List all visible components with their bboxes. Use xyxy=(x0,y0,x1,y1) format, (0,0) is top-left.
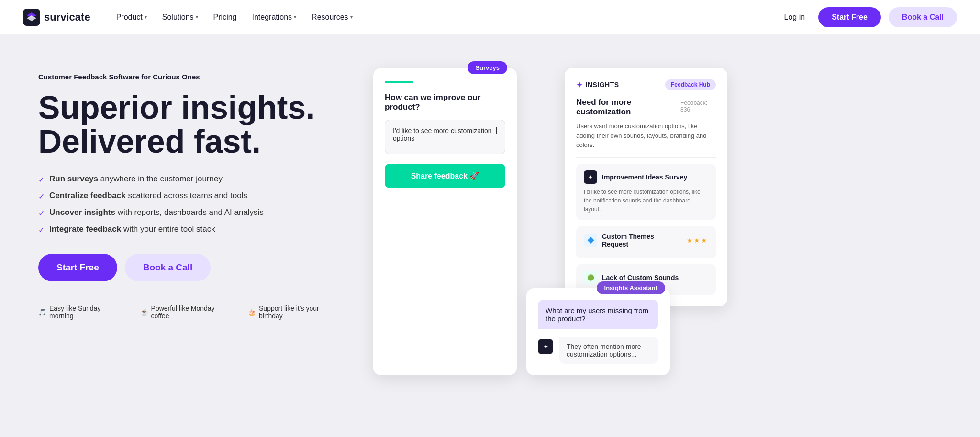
hero-section: Customer Feedback Software for Curious O… xyxy=(0,34,980,417)
hero-title-line2: Delivered fast. xyxy=(38,123,261,159)
survey-answer-text: I'd like to see more customization optio… xyxy=(393,127,496,142)
hero-right: Surveys How can we improve our product? … xyxy=(373,63,718,375)
feature-item: ✓ Integrate feedback with your entire to… xyxy=(38,224,345,235)
insight-item: 🔷 Custom Themes Request ★★★ xyxy=(576,226,716,258)
insights-plus-icon: ✦ xyxy=(576,80,583,90)
assistant-answer-row: ✦ They often mention more customization … xyxy=(538,337,658,364)
share-feedback-button[interactable]: Share feedback 🚀 xyxy=(385,164,505,188)
survey-question: How can we improve our product? xyxy=(385,93,505,112)
sounds-icon: 🟢 xyxy=(584,271,597,284)
logo[interactable]: survicate xyxy=(23,9,90,26)
assistant-answer: They often mention more customization op… xyxy=(559,337,658,364)
login-button[interactable]: Log in xyxy=(779,9,811,25)
hero-title-line1: Superior insights. xyxy=(38,89,315,125)
assistant-question: What are my users missing from the produ… xyxy=(538,300,658,329)
text-cursor xyxy=(496,127,497,134)
nav-pricing[interactable]: Pricing xyxy=(207,9,244,25)
insight-item-name: Lack of Custom Sounds xyxy=(602,274,708,281)
nav-product[interactable]: Product ▾ xyxy=(110,9,154,25)
hero-left: Customer Feedback Software for Curious O… xyxy=(38,63,345,320)
chevron-down-icon: ▾ xyxy=(294,14,296,20)
check-icon: ✓ xyxy=(38,225,45,235)
navbar: survicate Product ▾ Solutions ▾ Pricing … xyxy=(0,0,980,34)
insights-title: ✦ INSIGHTS xyxy=(576,80,619,90)
tagline-text: Powerful like Monday coffee xyxy=(151,304,234,320)
book-call-nav-button[interactable]: Book a Call xyxy=(889,7,957,27)
hero-buttons: Start Free Book a Call xyxy=(38,254,345,281)
feature-item: ✓ Run surveys anywhere in the customer j… xyxy=(38,174,345,184)
insight-main-title: Need for more customization xyxy=(576,98,680,117)
insight-item: ✦ Improvement Ideas Survey I'd like to s… xyxy=(576,164,716,220)
nav-integrations[interactable]: Integrations ▾ xyxy=(245,9,303,25)
start-free-hero-button[interactable]: Start Free xyxy=(38,254,117,281)
insights-header: ✦ INSIGHTS Feedback Hub xyxy=(576,79,716,90)
tagline-emoji: 🎵 xyxy=(38,308,46,316)
start-free-nav-button[interactable]: Start Free xyxy=(818,7,881,27)
hero-title: Superior insights. Delivered fast. xyxy=(38,90,345,159)
rating-stars: ★★★ xyxy=(687,236,708,244)
feature-item: ✓ Uncover insights with reports, dashboa… xyxy=(38,208,345,218)
book-call-hero-button[interactable]: Book a Call xyxy=(125,254,211,281)
survey-badge: Surveys xyxy=(468,61,507,74)
feedback-count: Feedback: 836 xyxy=(680,100,716,113)
divider xyxy=(576,157,716,158)
chevron-down-icon: ▾ xyxy=(196,14,198,20)
insight-description: Users want more customization options, l… xyxy=(576,122,716,150)
chevron-down-icon: ▾ xyxy=(350,14,353,20)
nav-solutions[interactable]: Solutions ▾ xyxy=(156,9,205,25)
tagline-text: Support like it's your birthday xyxy=(259,304,345,320)
assistant-badge: Insights Assistant xyxy=(597,281,665,294)
insight-item-desc: I'd like to see more customization optio… xyxy=(584,188,708,213)
insight-items: ✦ Improvement Ideas Survey I'd like to s… xyxy=(576,164,716,295)
themes-icon: 🔷 xyxy=(584,234,597,247)
logo-text: survicate xyxy=(44,11,90,23)
check-icon: ✓ xyxy=(38,192,45,201)
nav-resources[interactable]: Resources ▾ xyxy=(305,9,359,25)
nav-actions: Log in Start Free Book a Call xyxy=(779,7,957,27)
insights-card: ✦ INSIGHTS Feedback Hub Need for more cu… xyxy=(565,68,727,306)
tagline-item: ☕ Powerful like Monday coffee xyxy=(140,304,234,320)
survey-line-decoration xyxy=(385,81,413,83)
tagline-emoji: 🎂 xyxy=(248,308,256,316)
nav-links: Product ▾ Solutions ▾ Pricing Integratio… xyxy=(110,9,779,25)
feature-item: ✓ Centralize feedback scattered across t… xyxy=(38,191,345,201)
survey-answer-input[interactable]: I'd like to see more customization optio… xyxy=(385,120,505,154)
hero-subtitle: Customer Feedback Software for Curious O… xyxy=(38,73,345,81)
tagline-item: 🎵 Easy like Sunday morning xyxy=(38,304,127,320)
hero-features: ✓ Run surveys anywhere in the customer j… xyxy=(38,174,345,235)
insight-item-name: Improvement Ideas Survey xyxy=(602,173,708,181)
assistant-card: Insights Assistant What are my users mis… xyxy=(526,288,670,375)
check-icon: ✓ xyxy=(38,209,45,218)
tagline-item: 🎂 Support like it's your birthday xyxy=(248,304,345,320)
tagline-emoji: ☕ xyxy=(140,308,148,316)
check-icon: ✓ xyxy=(38,175,45,184)
improvement-icon: ✦ xyxy=(584,170,597,184)
hero-taglines: 🎵 Easy like Sunday morning ☕ Powerful li… xyxy=(38,304,345,320)
feedback-hub-badge: Feedback Hub xyxy=(665,79,716,90)
insight-item-name: Custom Themes Request xyxy=(602,233,682,248)
assistant-avatar-icon: ✦ xyxy=(538,339,553,354)
survey-card: Surveys How can we improve our product? … xyxy=(373,68,517,375)
chevron-down-icon: ▾ xyxy=(145,14,147,20)
tagline-text: Easy like Sunday morning xyxy=(49,304,127,320)
